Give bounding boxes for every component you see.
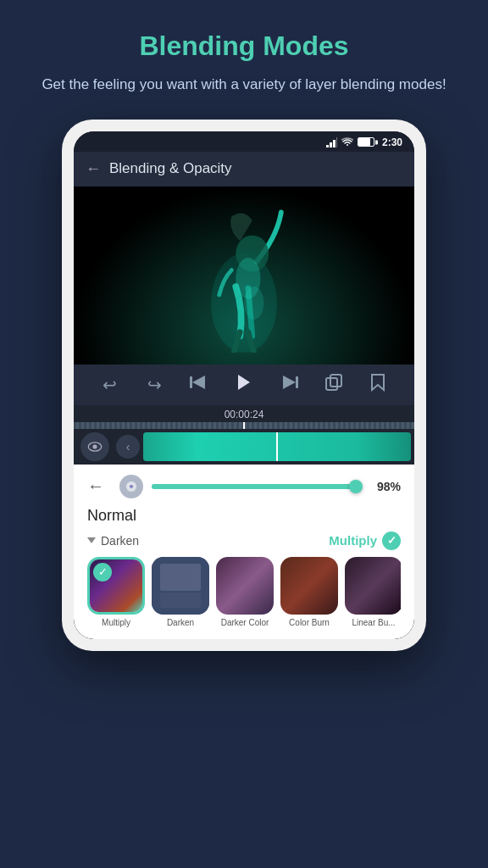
blend-option-multiply[interactable]: ✓ Multiply: [87, 557, 145, 627]
eye-icon: [87, 442, 103, 452]
blend-group-name: Darken: [87, 534, 139, 548]
opacity-fill: [152, 484, 354, 489]
app-header-title: Blending & Opacity: [109, 160, 232, 177]
timeline-strip: ‹: [74, 429, 414, 465]
svg-point-7: [244, 287, 263, 320]
header-section: Blending Modes Get the feeling you want …: [0, 0, 488, 113]
opacity-slider-container[interactable]: [152, 484, 358, 489]
linear-burn-label: Linear Bu...: [352, 618, 395, 627]
svg-rect-14: [330, 375, 341, 387]
darker-color-label: Darker Color: [221, 618, 269, 627]
svg-marker-9: [192, 376, 205, 389]
status-icons: 2:30: [326, 136, 402, 148]
blend-thumb-darken: [152, 557, 209, 615]
svg-rect-8: [190, 376, 192, 388]
blend-option-color-burn[interactable]: Color Burn: [280, 557, 338, 627]
battery-icon: [358, 137, 374, 147]
opacity-row: ← 98%: [87, 475, 401, 498]
play-button[interactable]: [230, 373, 258, 397]
darker-color-thumb-img: [216, 557, 274, 615]
selected-mode-label: Multiply: [329, 533, 377, 548]
timeline-track[interactable]: [74, 422, 414, 429]
blend-thumb-darker-color: [216, 557, 274, 615]
status-time: 2:30: [382, 136, 402, 148]
svg-marker-10: [238, 375, 250, 390]
timecode: 00:00:24: [74, 405, 414, 422]
wifi-icon: [341, 137, 353, 147]
check-circle: ✓: [382, 531, 401, 550]
status-bar: 2:30: [74, 131, 414, 152]
opacity-value: 98%: [367, 480, 401, 493]
phone-inner: 2:30 ← Blending & Opacity: [74, 131, 414, 639]
timeline-area: 00:00:24 ‹: [74, 405, 414, 465]
svg-marker-1: [330, 142, 332, 147]
controls-bar: ↩ ↪: [74, 364, 414, 405]
subtitle: Get the feeling you want with a variety …: [34, 74, 454, 96]
blend-mode-icon: [119, 475, 143, 498]
video-scene: [74, 186, 414, 364]
svg-rect-13: [326, 378, 337, 390]
video-preview: [74, 186, 414, 364]
figure-svg: [185, 196, 303, 353]
eye-button[interactable]: [80, 432, 109, 461]
back-arrow[interactable]: ←: [86, 160, 101, 178]
blend-group-header: Darken Multiply ✓: [87, 531, 401, 550]
svg-point-16: [92, 444, 97, 448]
chevron-left-button[interactable]: ‹: [116, 435, 140, 459]
main-title: Blending Modes: [34, 31, 454, 62]
svg-marker-12: [283, 376, 296, 389]
blend-option-darker-color[interactable]: Darker Color: [216, 557, 274, 627]
svg-marker-0: [326, 145, 329, 147]
back-button-small[interactable]: ←: [87, 476, 111, 496]
redo-button[interactable]: ↪: [141, 375, 168, 395]
blend-thumb-color-burn: [280, 557, 338, 615]
blend-options-row: ✓ Multiply Darken Darker Color: [87, 557, 401, 627]
triangle-down-icon: [87, 537, 96, 543]
undo-button[interactable]: ↩: [96, 375, 123, 395]
multiply-check: ✓: [93, 563, 112, 581]
svg-point-18: [130, 485, 133, 488]
group-label: Darken: [101, 534, 139, 548]
copy-button[interactable]: [320, 373, 347, 396]
playhead-marker: [243, 422, 245, 429]
darken-label: Darken: [167, 618, 194, 627]
opacity-thumb: [349, 480, 363, 493]
signal-icon: [326, 137, 337, 147]
video-strip[interactable]: [143, 432, 411, 461]
blend-mode-label: Normal: [87, 507, 401, 525]
blend-option-darken[interactable]: Darken: [152, 557, 209, 627]
bottom-panel: ← 98% Normal: [74, 465, 414, 639]
figure: [185, 196, 303, 356]
layers-icon: [125, 480, 138, 493]
svg-marker-3: [336, 137, 337, 147]
svg-rect-11: [296, 376, 298, 388]
darken-thumb-img: [152, 557, 209, 615]
blend-selected-indicator: Multiply ✓: [329, 531, 401, 550]
bookmark-button[interactable]: [364, 373, 391, 396]
blend-option-linear-burn[interactable]: Linear Bu...: [345, 557, 401, 627]
battery-fill: [358, 138, 370, 146]
blend-thumb-linear-burn: [345, 557, 401, 615]
color-burn-thumb-img: [280, 557, 338, 615]
strip-playhead: [276, 432, 278, 461]
color-burn-label: Color Burn: [289, 618, 330, 627]
svg-marker-2: [333, 140, 336, 147]
blend-thumb-multiply: ✓: [87, 557, 145, 615]
skip-forward-button[interactable]: [275, 375, 302, 394]
multiply-label: Multiply: [102, 618, 130, 627]
phone-wrapper: 2:30 ← Blending & Opacity: [62, 120, 426, 651]
app-header: ← Blending & Opacity: [74, 152, 414, 186]
linear-burn-thumb-img: [345, 557, 401, 615]
skip-back-button[interactable]: [186, 375, 213, 394]
